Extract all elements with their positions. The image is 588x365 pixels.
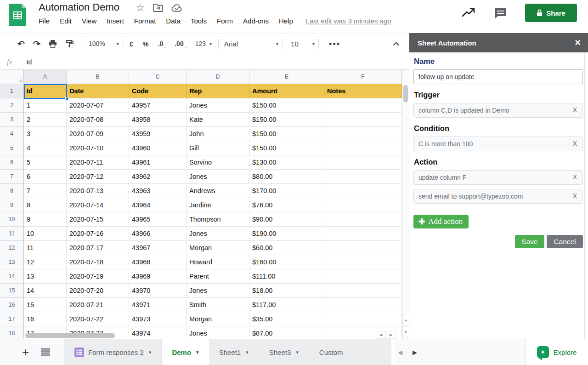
cell-F8[interactable] [324, 184, 402, 198]
add-sheet-button[interactable]: + [22, 346, 29, 358]
cell-B5[interactable]: 2020-07-10 [67, 141, 129, 155]
scroll-up-button[interactable]: ▲ [402, 314, 409, 326]
cell-D5[interactable]: Gill [187, 141, 249, 155]
star-icon[interactable]: ☆ [136, 2, 145, 14]
cell-B3[interactable]: 2020-07-08 [67, 113, 129, 127]
cell-F1[interactable]: Notes [324, 84, 402, 98]
cell-A8[interactable]: 7 [24, 184, 67, 198]
row-header-16[interactable]: 16 [0, 298, 24, 312]
cell-C12[interactable]: 43967 [129, 241, 187, 255]
cell-B8[interactable]: 2020-07-13 [67, 184, 129, 198]
cell-B13[interactable]: 2020-07-18 [67, 255, 129, 269]
cell-B10[interactable]: 2020-07-15 [67, 212, 129, 227]
cell-F4[interactable] [324, 127, 402, 141]
cell-C15[interactable]: 43970 [129, 284, 187, 298]
cell-C13[interactable]: 43968 [129, 255, 187, 269]
share-button[interactable]: Share [525, 4, 577, 22]
cell-E12[interactable]: $60.00 [249, 241, 324, 255]
cancel-button[interactable]: Cancel [547, 235, 583, 248]
cell-A16[interactable]: 15 [24, 298, 67, 312]
cell-D3[interactable]: Kate [187, 113, 249, 127]
formula-input[interactable]: Id [27, 58, 32, 66]
cell-A13[interactable]: 12 [24, 255, 67, 269]
cell-C3[interactable]: 43958 [129, 113, 187, 127]
cell-B6[interactable]: 2020-07-11 [67, 155, 129, 170]
menu-edit[interactable]: Edit [60, 17, 72, 25]
cell-C18[interactable]: 43974 [129, 326, 187, 339]
cell-D6[interactable]: Sorvino [187, 155, 249, 170]
cell-D16[interactable]: Smith [187, 298, 249, 312]
scroll-left-button[interactable]: ◀ [376, 331, 386, 339]
move-folder-icon[interactable] [153, 4, 163, 12]
paint-format-button[interactable] [65, 40, 74, 48]
insights-trend-icon[interactable] [461, 7, 476, 19]
explore-button[interactable]: ✦ Explore [525, 339, 588, 365]
all-sheets-menu-button[interactable] [41, 348, 50, 356]
column-header-F[interactable]: F [324, 70, 402, 84]
cell-B12[interactable]: 2020-07-17 [67, 241, 129, 255]
cell-F5[interactable] [324, 141, 402, 155]
format-percent-button[interactable]: % [142, 40, 148, 48]
cell-A1[interactable]: Id [24, 84, 67, 98]
cell-E10[interactable]: $90.00 [249, 212, 324, 227]
decrease-decimal-button[interactable]: .0← [158, 40, 168, 47]
row-header-2[interactable]: 2 [0, 98, 24, 113]
trigger-chip-remove-button[interactable]: X [573, 106, 577, 114]
cell-F13[interactable] [324, 255, 402, 269]
cell-C1[interactable]: Code [129, 84, 187, 98]
cell-A7[interactable]: 6 [24, 170, 67, 184]
row-header-9[interactable]: 9 [0, 198, 24, 212]
tab-demo[interactable]: Demo▾ [162, 339, 209, 365]
cell-D18[interactable]: Jones [187, 326, 249, 339]
cell-D17[interactable]: Morgan [187, 312, 249, 326]
more-toolbar-options-button[interactable]: ••• [329, 39, 340, 49]
column-header-A[interactable]: A [24, 70, 67, 84]
column-header-D[interactable]: D [187, 70, 249, 84]
cell-D11[interactable]: Jones [187, 227, 249, 241]
horizontal-scroll-thumb[interactable] [25, 333, 115, 338]
cell-F7[interactable] [324, 170, 402, 184]
last-edit-link[interactable]: Last edit was 3 minutes ago [306, 17, 391, 25]
column-header-E[interactable]: E [249, 70, 324, 84]
cell-D1[interactable]: Rep [187, 84, 249, 98]
cell-D4[interactable]: John [187, 127, 249, 141]
row-header-4[interactable]: 4 [0, 127, 24, 141]
cell-C14[interactable]: 43969 [129, 269, 187, 284]
cell-F16[interactable] [324, 298, 402, 312]
cell-F15[interactable] [324, 284, 402, 298]
cell-B7[interactable]: 2020-07-12 [67, 170, 129, 184]
cell-E4[interactable]: $150.00 [249, 127, 324, 141]
cell-F14[interactable] [324, 269, 402, 284]
select-all-corner[interactable] [0, 70, 24, 84]
cell-C17[interactable]: 43973 [129, 312, 187, 326]
column-header-C[interactable]: C [129, 70, 187, 84]
cell-C6[interactable]: 43961 [129, 155, 187, 170]
cell-E1[interactable]: Amount [249, 84, 324, 98]
format-currency-button[interactable]: £ [130, 40, 133, 48]
column-header-B[interactable]: B [67, 70, 129, 84]
cell-E7[interactable]: $80.00 [249, 170, 324, 184]
cell-A10[interactable]: 9 [24, 212, 67, 227]
redo-button[interactable]: ↷ [33, 40, 40, 48]
tab-custom[interactable]: Custom [309, 339, 387, 365]
cell-C10[interactable]: 43965 [129, 212, 187, 227]
cell-E3[interactable]: $150.00 [249, 113, 324, 127]
cell-A3[interactable]: 2 [24, 113, 67, 127]
cell-E11[interactable]: $190.00 [249, 227, 324, 241]
cell-D7[interactable]: Jones [187, 170, 249, 184]
cell-F12[interactable] [324, 241, 402, 255]
cell-B15[interactable]: 2020-07-20 [67, 284, 129, 298]
cell-A5[interactable]: 4 [24, 141, 67, 155]
vertical-scroll-thumb[interactable] [403, 85, 408, 103]
row-header-1[interactable]: 1 [0, 84, 24, 98]
cell-B4[interactable]: 2020-07-09 [67, 127, 129, 141]
vertical-scrollbar[interactable]: ▲ ▼ [402, 70, 409, 339]
collapse-toolbar-button[interactable] [393, 42, 400, 46]
cell-E9[interactable]: $76.00 [249, 198, 324, 212]
scroll-right-button[interactable]: ▶ [386, 331, 396, 339]
row-header-11[interactable]: 11 [0, 227, 24, 241]
menu-tools[interactable]: Tools [191, 17, 207, 25]
tab-sheet1[interactable]: Sheet1▾ [209, 339, 259, 365]
cell-A11[interactable]: 10 [24, 227, 67, 241]
cell-D8[interactable]: Andrews [187, 184, 249, 198]
